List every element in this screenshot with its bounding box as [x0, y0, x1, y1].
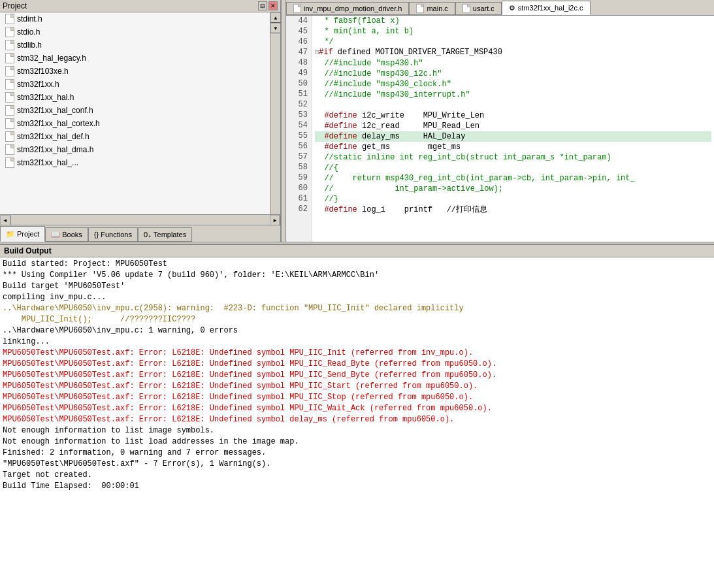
tab-project[interactable]: 📁Project	[0, 226, 45, 242]
file-name: stm32f1xx_hal.h	[17, 93, 74, 102]
file-icon	[5, 144, 14, 155]
editor-panel: inv_mpu_dmp_motion_driver.hmain.cusart.c…	[286, 0, 714, 242]
code-line: */	[315, 37, 711, 47]
scroll-down[interactable]: ▼	[270, 23, 280, 33]
file-item[interactable]: stm32f1xx_hal_...	[0, 156, 270, 169]
tab-label: Functions	[101, 231, 132, 238]
doc-icon	[462, 4, 470, 13]
file-icon	[5, 40, 14, 50]
file-item[interactable]: stdint.h	[0, 12, 270, 25]
build-line-error: MPU6050Test\MPU6050Test.axf: Error: L621…	[3, 381, 711, 392]
file-name: stdio.h	[17, 27, 40, 37]
file-item[interactable]: stm32f1xx_hal_cortex.h	[0, 117, 270, 130]
file-item[interactable]: stm32f1xx_hal_def.h	[0, 130, 270, 143]
file-name: stm32f1xx_hal_...	[17, 158, 78, 167]
editor-tab-usart[interactable]: usart.c	[455, 2, 502, 15]
vertical-splitter[interactable]	[281, 0, 286, 242]
build-line-normal: Build started: Project: MPU6050Test	[3, 259, 711, 270]
h-scroll-track[interactable]	[10, 215, 270, 225]
tab-label: inv_mpu_dmp_motion_driver.h	[304, 5, 402, 12]
build-line-error: MPU6050Test\MPU6050Test.axf: Error: L621…	[3, 359, 711, 370]
line-number: 45	[290, 26, 308, 37]
editor-tab-stm32[interactable]: ⚙stm32f1xx_hal_i2c.c	[502, 1, 591, 15]
project-titlebar: Project ⊟ ✕	[0, 0, 280, 12]
build-line-normal: Build target 'MPU6050Test'	[3, 281, 711, 292]
build-output-panel: Build Output Build started: Project: MPU…	[0, 244, 714, 588]
build-line-error: MPU6050Test\MPU6050Test.axf: Error: L621…	[3, 403, 711, 414]
code-line: * min(int a, int b)	[315, 26, 711, 37]
file-icon	[5, 131, 14, 142]
build-line-normal: "MPU6050Test\MPU6050Test.axf" - 7 Error(…	[3, 459, 711, 470]
line-number: 53	[290, 110, 308, 120]
build-line-normal: *** Using Compiler 'V5.06 update 7 (buil…	[3, 270, 711, 281]
doc-icon	[416, 4, 424, 13]
line-numbers: 44454647484950515253545556575859606162	[286, 16, 312, 242]
code-line: //#include "msp430_i2c.h"	[315, 69, 711, 79]
code-area[interactable]: 44454647484950515253545556575859606162 *…	[286, 16, 714, 242]
tab-label: Templates	[154, 231, 186, 238]
build-line-normal: Build Time Elapsed: 00:00:01	[3, 481, 711, 492]
editor-tab-main[interactable]: main.c	[409, 2, 455, 15]
line-number: 58	[290, 162, 308, 172]
file-item[interactable]: stm32f1xx_hal.h	[0, 91, 270, 104]
file-icon	[5, 53, 14, 63]
code-line: #define i2c_read MPU_Read_Len	[315, 121, 711, 131]
file-item[interactable]: stm32f1xx_hal_dma.h	[0, 143, 270, 156]
editor-tabs-bar: inv_mpu_dmp_motion_driver.hmain.cusart.c…	[286, 0, 714, 16]
file-icon	[5, 66, 14, 76]
line-number: 49	[290, 68, 308, 78]
build-line-normal: compiling inv_mpu.c...	[3, 292, 711, 303]
build-line-error: MPU6050Test\MPU6050Test.axf: Error: L621…	[3, 392, 711, 403]
titlebar-buttons: ⊟ ✕	[258, 1, 278, 10]
file-item[interactable]: stm32f103xe.h	[0, 65, 270, 78]
code-line: ⊟#if defined MOTION_DRIVER_TARGET_MSP430	[315, 47, 711, 58]
editor-tab-inv_mpu[interactable]: inv_mpu_dmp_motion_driver.h	[286, 2, 409, 15]
scroll-left[interactable]: ◄	[0, 215, 10, 225]
file-item[interactable]: stm32_hal_legacy.h	[0, 52, 270, 65]
bottom-tabs: 📁Project📖Books{}Functions0₊Templates	[0, 225, 280, 242]
line-number: 52	[290, 99, 308, 110]
file-icon	[5, 157, 14, 168]
line-number: 55	[290, 131, 308, 141]
book-icon: 📖	[51, 231, 60, 239]
template-icon: 0₊	[144, 231, 152, 239]
vertical-scrollbar[interactable]: ▲ ▼	[270, 12, 280, 214]
line-number: 48	[290, 57, 308, 68]
line-number: 61	[290, 193, 308, 204]
pin-button[interactable]: ⊟	[258, 1, 267, 10]
folder-icon: 📁	[6, 230, 15, 238]
file-name: stm32f1xx_hal_def.h	[17, 132, 89, 141]
file-name: stdlib.h	[17, 41, 42, 50]
build-line-normal: Not enough information to list load addr…	[3, 436, 711, 448]
scroll-up[interactable]: ▲	[270, 12, 280, 23]
build-line-normal: Finished: 2 information, 0 warning and 7…	[3, 448, 711, 459]
file-item[interactable]: stdlib.h	[0, 39, 270, 52]
line-number: 50	[290, 78, 308, 89]
file-name: stm32f103xe.h	[17, 67, 69, 76]
line-number: 57	[290, 152, 308, 162]
tab-templates[interactable]: 0₊Templates	[138, 227, 192, 242]
horizontal-scrollbar[interactable]: ◄ ►	[0, 214, 280, 225]
line-number: 46	[290, 37, 308, 47]
file-name: stm32_hal_legacy.h	[17, 54, 86, 63]
tab-label: stm32f1xx_hal_i2c.c	[518, 4, 583, 12]
file-item[interactable]: stm32f1xx_hal_conf.h	[0, 104, 270, 117]
close-button[interactable]: ✕	[268, 1, 278, 10]
braces-icon: {}	[94, 231, 99, 238]
tab-books[interactable]: 📖Books	[45, 227, 88, 242]
line-number: 51	[290, 89, 308, 99]
code-content: * fabsf(float x) * min(int a, int b) */⊟…	[312, 16, 714, 242]
scroll-right[interactable]: ►	[270, 215, 280, 225]
file-item[interactable]: stm32f1xx.h	[0, 78, 270, 91]
code-line	[315, 100, 711, 110]
build-content: Build started: Project: MPU6050Test*** U…	[0, 257, 714, 588]
file-icon	[5, 118, 14, 129]
tab-label: usart.c	[473, 5, 495, 12]
build-line-normal: linking...	[3, 336, 711, 348]
tab-functions[interactable]: {}Functions	[88, 227, 138, 242]
code-line: //static inline int reg_int_cb(struct in…	[315, 152, 711, 163]
build-line-warning: ..\Hardware\MPU6050\inv_mpu.c(2958): war…	[3, 303, 711, 314]
tab-label: Books	[62, 231, 82, 238]
file-item[interactable]: stdio.h	[0, 25, 270, 39]
code-line: //}	[315, 194, 711, 204]
